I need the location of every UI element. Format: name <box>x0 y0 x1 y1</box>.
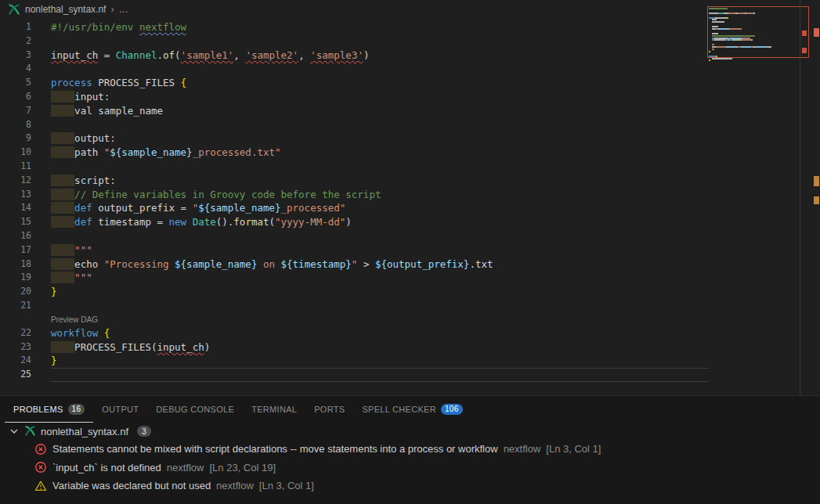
code-line[interactable]: 23 PROCESS_FILES(input_ch) <box>0 340 709 355</box>
error-icon <box>34 461 47 473</box>
code-line[interactable]: 18 echo "Processing ${sample_name} on ${… <box>0 257 709 272</box>
problem-message: Statements cannot be mixed with script d… <box>52 443 498 455</box>
code-line[interactable]: 8 <box>0 118 709 132</box>
breadcrumb: nonlethal_syntax.nf › … <box>0 0 820 19</box>
error-icon <box>34 443 47 455</box>
line-number: 13 <box>0 188 31 202</box>
line-number: 5 <box>0 76 31 90</box>
overview-ruler-warning-mark <box>814 196 819 204</box>
breadcrumb-separator-icon: › <box>110 5 114 14</box>
code-line[interactable]: 12 script: <box>0 174 709 188</box>
panel-tab-label: PORTS <box>314 405 345 414</box>
code-line[interactable]: 9 output: <box>0 131 709 146</box>
code-line[interactable]: 14 def output_prefix = "${sample_name}_p… <box>0 201 709 215</box>
line-number: 8 <box>0 118 31 132</box>
panel-tab-label: OUTPUT <box>102 405 139 414</box>
code-line[interactable]: 11 <box>0 160 709 174</box>
problems-file-name: nonlethal_syntax.nf <box>41 426 128 437</box>
panel-tab-label: PROBLEMS <box>13 405 63 414</box>
panel-tab-label: SPELL CHECKER <box>362 405 436 414</box>
line-number: 22 <box>0 326 31 340</box>
breadcrumb-filename[interactable]: nonlethal_syntax.nf <box>25 4 106 15</box>
panel-tab-debug-console[interactable]: DEBUG CONSOLE <box>147 396 243 423</box>
line-number: 10 <box>0 146 31 160</box>
line-number: 2 <box>0 34 31 49</box>
line-number: 1 <box>0 20 31 34</box>
problem-location: [Ln 3, Col 1] <box>259 480 314 491</box>
panel-tab-badge: 16 <box>68 404 85 415</box>
line-number: 14 <box>0 201 31 215</box>
code-line[interactable]: 22workflow { <box>0 326 709 340</box>
line-number: 12 <box>0 174 31 188</box>
code-line[interactable]: 16 <box>0 229 709 243</box>
code-line[interactable]: 25 <box>0 368 709 382</box>
minimap-content <box>709 8 798 64</box>
problem-message: `input_ch` is not defined <box>52 462 161 473</box>
code-line[interactable]: 15 def timestamp = new Date().format("yy… <box>0 215 709 229</box>
line-number: 18 <box>0 257 31 272</box>
problem-row[interactable]: Statements cannot be mixed with script d… <box>0 440 820 459</box>
code-line[interactable]: 17 """ <box>0 243 709 257</box>
line-number: 24 <box>0 354 31 368</box>
panel-tab-label: DEBUG CONSOLE <box>156 405 234 414</box>
code-line[interactable]: 20} <box>0 285 709 299</box>
line-number: 6 <box>0 90 31 104</box>
code-line[interactable]: 21 <box>0 299 709 313</box>
panel-tab-badge: 106 <box>441 404 463 415</box>
code-editor[interactable]: 1#!/usr/bin/env nextflow23input_ch = Cha… <box>0 19 709 395</box>
line-number: 15 <box>0 215 31 229</box>
code-line[interactable]: 5process PROCESS_FILES { <box>0 76 709 90</box>
panel-tabs: PROBLEMS16OUTPUTDEBUG CONSOLETERMINALPOR… <box>0 396 820 423</box>
code-line[interactable]: 3input_ch = Channel.of('sample1', 'sampl… <box>0 49 709 63</box>
line-number: 9 <box>0 131 31 146</box>
line-number: 17 <box>0 243 31 257</box>
codelens-link[interactable]: Preview DAG <box>51 313 709 326</box>
line-number: 23 <box>0 340 31 355</box>
panel-tab-ports[interactable]: PORTS <box>305 396 353 423</box>
nextflow-file-icon <box>24 425 37 437</box>
code-line[interactable]: 10 path "${sample_name}_processed.txt" <box>0 146 709 160</box>
codelens-row: Preview DAG <box>0 313 709 326</box>
chevron-down-icon[interactable] <box>8 425 20 437</box>
minimap-divider <box>800 0 800 395</box>
problem-location: [Ln 23, Col 19] <box>209 462 276 473</box>
problem-message: Variable was declared but not used <box>52 480 211 491</box>
minimap[interactable] <box>709 8 798 64</box>
line-number: 11 <box>0 160 31 174</box>
line-number: 16 <box>0 229 31 243</box>
code-line[interactable]: 13 // Define variables in Groovy code be… <box>0 188 709 202</box>
problem-row[interactable]: `input_ch` is not definednextflow[Ln 23,… <box>0 459 820 477</box>
code-line[interactable]: 24} <box>0 354 709 368</box>
breadcrumb-more[interactable]: … <box>119 4 128 15</box>
overview-ruler-warning-mark <box>814 176 819 186</box>
line-number: 20 <box>0 285 31 299</box>
code-line[interactable]: 6 input: <box>0 90 709 104</box>
warning-icon <box>34 480 47 492</box>
line-number: 4 <box>0 62 31 76</box>
problems-count-badge: 3 <box>137 426 151 437</box>
minimap-error-mark <box>802 31 807 36</box>
problem-location: [Ln 3, Col 1] <box>546 443 601 455</box>
panel-tab-spell-checker[interactable]: SPELL CHECKER106 <box>353 396 471 423</box>
panel-tab-output[interactable]: OUTPUT <box>93 396 147 423</box>
code-line[interactable]: 1#!/usr/bin/env nextflow <box>0 20 709 34</box>
line-number: 7 <box>0 104 31 118</box>
line-number: 25 <box>0 368 31 382</box>
bottom-panel: PROBLEMS16OUTPUTDEBUG CONSOLETERMINALPOR… <box>0 395 820 504</box>
problems-file-row[interactable]: nonlethal_syntax.nf 3 <box>0 423 820 440</box>
problem-source: nextflow <box>504 443 541 455</box>
code-line[interactable]: 7 val sample_name <box>0 104 709 118</box>
panel-tab-problems[interactable]: PROBLEMS16 <box>5 396 93 423</box>
panel-tab-label: TERMINAL <box>251 405 297 414</box>
line-number: 21 <box>0 299 31 313</box>
problem-row[interactable]: Variable was declared but not usednextfl… <box>0 477 820 495</box>
code-line[interactable]: 4 <box>0 62 709 76</box>
problems-list: Statements cannot be mixed with script d… <box>0 440 820 495</box>
line-number: 19 <box>0 271 31 285</box>
nextflow-logo-icon <box>8 3 20 16</box>
code-line[interactable]: 2 <box>0 34 709 49</box>
problem-source: nextflow <box>216 480 254 491</box>
code-line[interactable]: 19 """ <box>0 271 709 285</box>
problems-view: nonlethal_syntax.nf 3 Statements cannot … <box>0 423 820 495</box>
panel-tab-terminal[interactable]: TERMINAL <box>243 396 305 423</box>
